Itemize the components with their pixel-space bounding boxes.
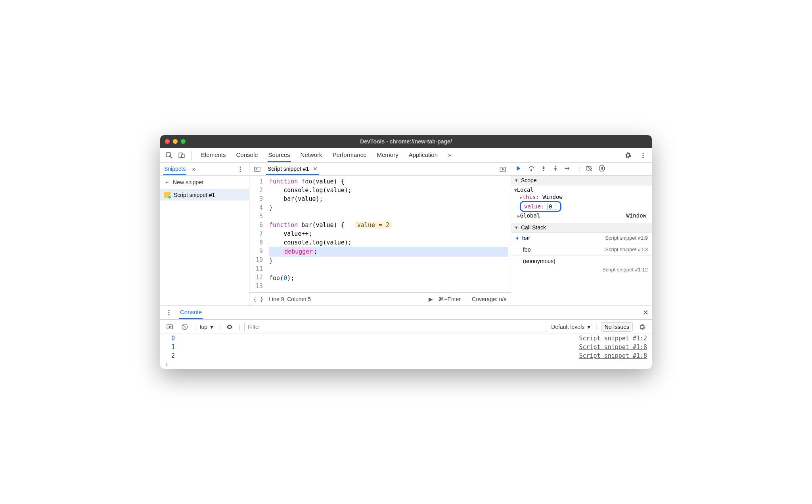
step-out-icon[interactable] bbox=[552, 165, 559, 173]
play-icon[interactable]: ▶ bbox=[429, 296, 433, 302]
snippet-item[interactable]: Script snippet #1 bbox=[160, 189, 249, 200]
svg-point-3 bbox=[643, 153, 644, 154]
callstack-section-header[interactable]: ▼ Call Stack bbox=[511, 223, 652, 233]
editor-tab-active[interactable]: Script snippet #1 ✕ bbox=[266, 164, 319, 175]
scope-label: Scope bbox=[521, 177, 537, 183]
log-value: 1 bbox=[171, 344, 175, 351]
log-source-link[interactable]: Script snippet #1:8 bbox=[579, 352, 647, 359]
issues-button[interactable]: No Issues bbox=[601, 322, 633, 332]
console-filter-input[interactable] bbox=[244, 322, 547, 332]
console-toolbar: | top ▼ | | Default levels ▼ | No Issues bbox=[160, 320, 652, 334]
drawer-tab-console[interactable]: Console bbox=[179, 306, 203, 319]
value-edit-highlight: value: bbox=[520, 201, 561, 212]
cursor-position: Line 9, Column 5 bbox=[269, 296, 311, 302]
device-toggle-icon[interactable] bbox=[176, 150, 187, 161]
divider bbox=[191, 151, 192, 160]
log-source-link[interactable]: Script snippet #1:2 bbox=[579, 335, 647, 342]
frame-name: bar bbox=[522, 235, 530, 241]
drawer-kebab-icon[interactable] bbox=[163, 307, 174, 318]
scope-local-label[interactable]: Local bbox=[517, 187, 534, 193]
coverage-status: Coverage: n/a bbox=[472, 296, 507, 302]
tab-network[interactable]: Network bbox=[300, 148, 323, 162]
svg-point-17 bbox=[169, 310, 170, 311]
settings-icon[interactable] bbox=[622, 150, 634, 161]
svg-point-7 bbox=[240, 168, 241, 170]
debugger-toolbar: | bbox=[511, 163, 652, 176]
tab-elements[interactable]: Elements bbox=[200, 148, 227, 162]
code-content: function foo(value) { console.log(value)… bbox=[267, 176, 511, 292]
pause-exceptions-icon[interactable] bbox=[598, 165, 605, 173]
scope-section-header[interactable]: ▼ Scope bbox=[511, 176, 652, 185]
console-play-icon[interactable] bbox=[164, 321, 175, 332]
scope-global-label[interactable]: Global bbox=[520, 212, 540, 219]
inspect-element-icon[interactable] bbox=[163, 150, 174, 161]
console-settings-icon[interactable] bbox=[637, 321, 648, 332]
window-titlebar: DevTools - chrome://new-tab-page/ bbox=[160, 135, 652, 148]
debugger-panel: | ▼ Scope ▼Local ▶this: Window value: bbox=[511, 163, 652, 305]
run-shortcut: ⌘+Enter bbox=[439, 296, 461, 302]
scope-this-value[interactable]: Window bbox=[542, 194, 563, 200]
svg-point-13 bbox=[555, 166, 556, 167]
frame-name: foo bbox=[515, 246, 530, 253]
more-tabs-icon[interactable]: » bbox=[447, 148, 452, 162]
svg-point-6 bbox=[240, 166, 241, 168]
live-expression-icon[interactable] bbox=[224, 321, 235, 332]
callstack-anon-frame[interactable]: (anonymous) bbox=[511, 256, 652, 267]
devtools-tabs-row: Elements Console Sources Network Perform… bbox=[160, 148, 652, 163]
line-gutter: 12345678910111213 bbox=[249, 176, 267, 292]
log-source-link[interactable]: Script snippet #1:8 bbox=[579, 344, 647, 351]
close-tab-icon[interactable]: ✕ bbox=[313, 166, 318, 172]
editor-tab-label: Script snippet #1 bbox=[268, 166, 309, 172]
nav-back-icon[interactable] bbox=[252, 164, 263, 175]
svg-point-4 bbox=[643, 155, 644, 156]
frame-location: Script snippet #1:12 bbox=[511, 267, 652, 276]
tab-sources[interactable]: Sources bbox=[268, 148, 291, 162]
new-snippet-button[interactable]: ＋ New snippet bbox=[160, 176, 249, 189]
chevron-down-icon: ▼ bbox=[209, 324, 214, 330]
step-icon[interactable] bbox=[564, 165, 571, 173]
svg-point-18 bbox=[169, 312, 170, 313]
panel-tabs: Elements Console Sources Network Perform… bbox=[200, 148, 621, 162]
sidebar-kebab-icon[interactable] bbox=[235, 164, 246, 175]
kebab-menu-icon[interactable] bbox=[638, 150, 649, 161]
callstack-frame[interactable]: ➧bar Script snippet #1:9 bbox=[511, 233, 652, 244]
resume-icon[interactable] bbox=[515, 165, 522, 173]
inline-value-hint: value = 2 bbox=[355, 221, 392, 229]
context-selector[interactable]: top ▼ bbox=[200, 324, 214, 330]
sidebar-more-icon[interactable]: » bbox=[192, 166, 195, 173]
frame-location: Script snippet #1:3 bbox=[605, 246, 648, 253]
deactivate-breakpoints-icon[interactable] bbox=[586, 165, 593, 173]
callstack-body: ➧bar Script snippet #1:9 foo Script snip… bbox=[511, 233, 652, 276]
close-drawer-icon[interactable]: ✕ bbox=[643, 308, 649, 317]
console-prompt[interactable]: › bbox=[160, 360, 652, 369]
snippet-file-icon bbox=[164, 192, 170, 198]
log-level-selector[interactable]: Default levels ▼ bbox=[551, 324, 592, 330]
console-output: 0 Script snippet #1:2 1 Script snippet #… bbox=[160, 334, 652, 369]
callstack-frame[interactable]: foo Script snippet #1:3 bbox=[511, 244, 652, 256]
tab-application[interactable]: Application bbox=[408, 148, 439, 162]
scope-value-input[interactable] bbox=[548, 203, 557, 210]
console-log-row[interactable]: 0 Script snippet #1:2 bbox=[160, 334, 652, 343]
code-area[interactable]: 12345678910111213 function foo(value) { … bbox=[249, 176, 511, 292]
svg-point-14 bbox=[565, 168, 566, 169]
console-log-row[interactable]: 1 Script snippet #1:8 bbox=[160, 343, 652, 351]
frame-name: (anonymous) bbox=[515, 258, 555, 264]
console-log-row[interactable]: 2 Script snippet #1:8 bbox=[160, 351, 652, 360]
pretty-print-icon[interactable]: { } bbox=[253, 296, 263, 302]
tab-performance[interactable]: Performance bbox=[332, 148, 368, 162]
step-over-icon[interactable] bbox=[528, 165, 535, 173]
svg-point-5 bbox=[643, 157, 644, 158]
plus-icon: ＋ bbox=[164, 179, 170, 186]
tab-console[interactable]: Console bbox=[236, 148, 259, 162]
svg-point-8 bbox=[240, 170, 241, 172]
collapse-icon: ▼ bbox=[514, 178, 519, 183]
log-value: 2 bbox=[171, 352, 175, 359]
run-snippet-icon[interactable] bbox=[497, 164, 508, 175]
tab-memory[interactable]: Memory bbox=[376, 148, 399, 162]
context-label: top bbox=[200, 324, 207, 330]
sidebar-tab-snippets[interactable]: Snippets bbox=[163, 163, 186, 175]
step-into-icon[interactable] bbox=[540, 165, 547, 173]
clear-console-icon[interactable] bbox=[179, 321, 190, 332]
snippet-item-label: Script snippet #1 bbox=[174, 192, 215, 198]
window-title: DevTools - chrome://new-tab-page/ bbox=[160, 138, 652, 145]
